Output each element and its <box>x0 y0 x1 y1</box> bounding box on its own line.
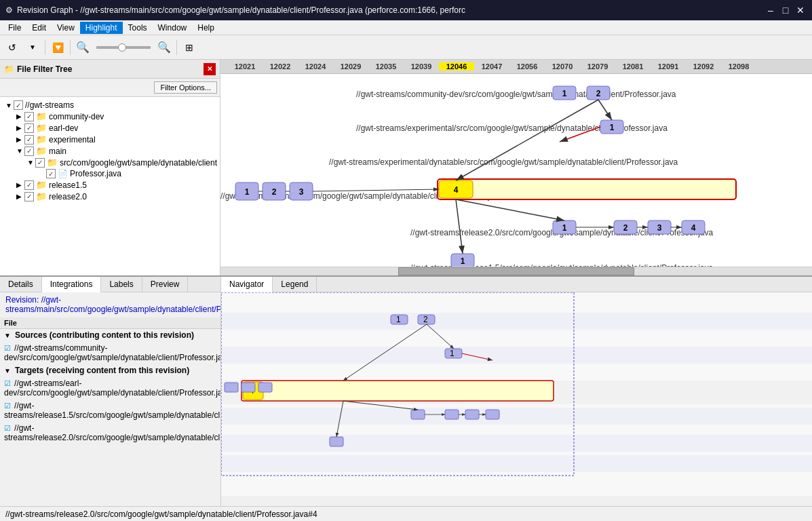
target-icon-earl: ☑ <box>4 379 11 387</box>
target-item-release20[interactable]: ☑ //gwt-streams/release2.0/src/com/googl… <box>0 422 220 444</box>
rev-box-main-4-bg <box>438 179 736 199</box>
tab-integrations[interactable]: Integrations <box>42 277 102 292</box>
menu-edit[interactable]: Edit <box>26 22 52 34</box>
tab-preview[interactable]: Preview <box>142 277 189 292</box>
navigator-tab-bar: Navigator Legend <box>221 277 812 292</box>
tree-item-release15[interactable]: ▶ ✓ 📁 release1.5 <box>0 179 220 191</box>
svg-rect-31 <box>225 383 238 392</box>
target-item-earl[interactable]: ☑ //gwt-streams/earl-dev/src/com/google/… <box>0 377 220 400</box>
tree-checkbox-release20[interactable]: ✓ <box>24 192 34 201</box>
refresh-button[interactable]: ↺ <box>3 38 22 57</box>
menu-highlight[interactable]: Highlight <box>80 22 123 34</box>
rev-12098: 12098 <box>721 62 756 71</box>
tree-checkbox-main[interactable]: ✓ <box>24 147 34 156</box>
close-panel-button[interactable]: ✕ <box>204 63 216 75</box>
close-window-button[interactable]: ✕ <box>794 4 807 16</box>
svg-text:2: 2 <box>423 315 428 324</box>
tree-checkbox-release15[interactable]: ✓ <box>24 180 34 190</box>
dropdown-button[interactable]: ▼ <box>23 38 42 57</box>
filter-options-button[interactable]: Filter Options... <box>154 81 217 94</box>
rev-12024: 12024 <box>298 62 333 71</box>
tree-item-src[interactable]: ▼ ✓ 📁 src/com/google/gwt/sample/dynatabl… <box>0 157 220 168</box>
revision-info: Revision: //gwt-streams/main/src/com/goo… <box>0 292 220 317</box>
menu-help[interactable]: Help <box>192 22 220 34</box>
toolbar-separator-1 <box>45 40 45 55</box>
tab-details[interactable]: Details <box>0 277 42 292</box>
svg-text:2: 2 <box>596 89 601 98</box>
tab-labels[interactable]: Labels <box>101 277 142 292</box>
svg-rect-32 <box>241 383 255 392</box>
filter-button[interactable]: 🔽 <box>48 38 67 57</box>
minimize-button[interactable]: – <box>765 4 777 16</box>
tree-checkbox-community[interactable]: ✓ <box>24 112 34 121</box>
tree-item-professor[interactable]: ▶ ✓ 📄 Professor.java <box>0 168 220 179</box>
window-controls: – □ ✕ <box>765 4 807 16</box>
tree-checkbox-experimental[interactable]: ✓ <box>24 135 34 144</box>
svg-text:3: 3 <box>657 223 662 233</box>
source-item-community[interactable]: ☑ //gwt-streams/community-dev/src/com/go… <box>0 342 220 364</box>
svg-text:1: 1 <box>562 89 567 98</box>
sources-label: Sources (contributing content to this re… <box>15 330 194 340</box>
toolbar-separator-3 <box>176 40 177 55</box>
target-file-release15: //gwt-streams/release1.5/src/com/google/… <box>4 401 220 420</box>
tree-checkbox-src[interactable]: ✓ <box>35 158 45 168</box>
file-header: File <box>0 317 220 329</box>
tree-item-experimental[interactable]: ▶ ✓ 📁 experimental <box>0 134 220 145</box>
sources-arrow: ▼ <box>4 332 11 339</box>
svg-rect-18 <box>221 408 812 425</box>
tab-legend[interactable]: Legend <box>273 277 317 292</box>
folder-icon-community: 📁 <box>36 111 47 121</box>
graph-scrollbar[interactable] <box>220 267 812 275</box>
path-label-experimental2: //gwt-streams/experimental/dynatable/src… <box>329 157 678 167</box>
menu-tools[interactable]: Tools <box>123 22 153 34</box>
tree-checkbox-professor[interactable]: ✓ <box>46 169 56 178</box>
svg-rect-19 <box>221 435 812 452</box>
tree-label-professor: Professor.java <box>70 169 121 178</box>
rev-12056: 12056 <box>509 62 545 71</box>
rev-12021: 12021 <box>227 62 263 71</box>
folder-icon-release20: 📁 <box>36 191 47 201</box>
tree-arrow-src: ▼ <box>27 159 35 166</box>
zoom-slider[interactable] <box>96 46 151 49</box>
revision-numbers: 12021 12022 12024 12029 12035 12039 1204… <box>220 60 756 73</box>
rev-12092: 12092 <box>686 62 721 71</box>
bottom-right-panel: Navigator Legend <box>220 277 812 506</box>
tab-navigator[interactable]: Navigator <box>221 277 273 292</box>
svg-rect-36 <box>465 410 479 419</box>
svg-rect-15 <box>221 313 812 330</box>
tree-item-main[interactable]: ▼ ✓ 📁 main <box>0 145 220 157</box>
graph-scrollbar-thumb[interactable] <box>398 267 635 275</box>
graph-content[interactable]: //gwt-streams/community-dev/src/com/goog… <box>220 74 812 266</box>
rev-12039: 12039 <box>404 62 439 71</box>
rev-12047: 12047 <box>474 62 509 71</box>
targets-header-row: ▼ Targets (receiving content from this r… <box>0 364 220 377</box>
target-icon-release15: ☑ <box>4 402 11 410</box>
svg-text:3: 3 <box>299 187 304 197</box>
tree-checkbox-earl[interactable]: ✓ <box>24 123 34 133</box>
sources-header-row: ▼ Sources (contributing content to this … <box>0 329 220 342</box>
zoom-out-button[interactable]: 🔍 <box>73 38 92 57</box>
tree-item-community-dev[interactable]: ▶ ✓ 📁 community-dev <box>0 111 220 122</box>
tree-checkbox-root[interactable]: ✓ <box>14 100 23 110</box>
tree-item-earl-dev[interactable]: ▶ ✓ 📁 earl-dev <box>0 122 220 134</box>
tree-item-root[interactable]: ▼ ✓ //gwt-streams <box>0 100 220 111</box>
svg-rect-34 <box>411 410 425 419</box>
main-content: 📁 File Filter Tree ✕ Filter Options... ▼… <box>0 60 812 275</box>
zoom-in-button[interactable]: 🔍 <box>155 38 174 57</box>
maximize-button[interactable]: □ <box>779 4 792 16</box>
target-item-release15[interactable]: ☑ //gwt-streams/release1.5/src/com/googl… <box>0 400 220 422</box>
arrow-main-to-r15 <box>456 199 463 254</box>
navigator-svg: 1 2 1 4 <box>221 292 812 496</box>
select-button[interactable]: ⊞ <box>180 38 199 57</box>
tree-item-release20[interactable]: ▶ ✓ 📁 release2.0 <box>0 191 220 202</box>
file-icon-professor: 📄 <box>58 169 68 178</box>
rev-12091: 12091 <box>651 62 686 71</box>
svg-text:2: 2 <box>272 187 277 197</box>
tree-label-root: //gwt-streams <box>25 100 74 110</box>
navigator-content[interactable]: 1 2 1 4 <box>221 292 812 496</box>
source-icon-community: ☑ <box>4 344 11 352</box>
svg-text:1: 1 <box>450 349 455 358</box>
menu-file[interactable]: File <box>3 22 26 34</box>
menu-view[interactable]: View <box>52 22 80 34</box>
menu-window[interactable]: Window <box>153 22 193 34</box>
